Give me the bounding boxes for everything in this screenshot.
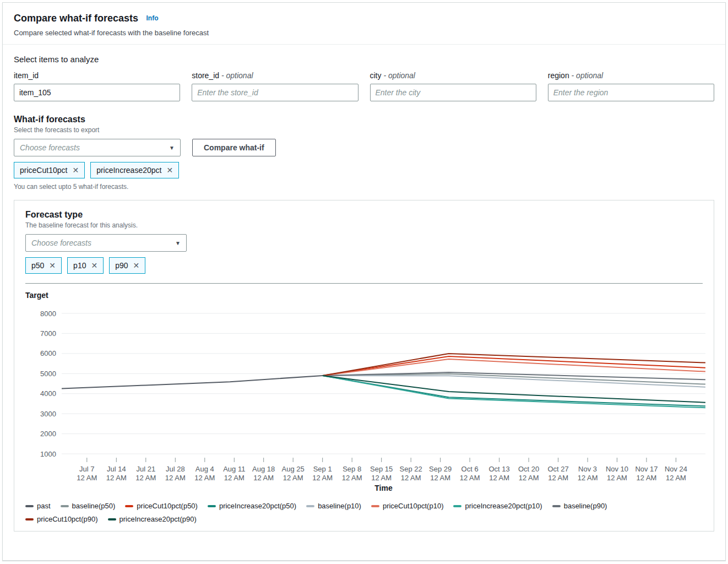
series-line-past: [62, 376, 323, 389]
y-tick-label: 6000: [40, 349, 56, 357]
legend-item-priceIncrease20pct(p10)[interactable]: priceIncrease20pct(p10): [453, 502, 542, 510]
chevron-down-icon: ▼: [169, 145, 175, 151]
x-tick-label: 12 AM: [312, 474, 333, 482]
token-dismiss-icon[interactable]: ✕: [166, 166, 173, 174]
field-city: city - optional: [370, 71, 536, 101]
what-if-forecasts-select[interactable]: Choose forecasts ▼: [14, 139, 181, 156]
x-tick-label: 12 AM: [224, 474, 245, 482]
x-tick-label: 12 AM: [430, 474, 450, 482]
x-tick-label: Aug 18: [252, 465, 275, 473]
field-item-id: item_id: [14, 71, 180, 101]
legend-swatch: [25, 518, 34, 520]
token-label: priceIncrease20pct: [96, 166, 161, 175]
x-tick-label: Nov 17: [635, 465, 658, 473]
legend-label: priceCut10pct(p90): [37, 515, 98, 523]
series-line-priceIncrease20pct(p10): [323, 376, 705, 408]
x-tick-label: 12 AM: [578, 474, 598, 482]
compare-what-if-button[interactable]: Compare what-if: [192, 139, 276, 156]
x-tick-label: 12 AM: [77, 474, 97, 482]
token-label: p10: [73, 261, 86, 270]
token-label: p90: [115, 261, 128, 270]
y-tick-label: 4000: [40, 389, 56, 398]
legend-swatch: [25, 505, 34, 507]
y-tick-label: 8000: [40, 310, 56, 318]
series-line-priceIncrease20pct(p50): [323, 376, 705, 406]
x-tick-label: 12 AM: [637, 474, 657, 482]
token-dismiss-icon[interactable]: ✕: [72, 166, 79, 174]
series-line-priceIncrease20pct(p90): [323, 376, 705, 403]
item-id-input[interactable]: [14, 84, 180, 101]
x-tick-label: 12 AM: [489, 474, 509, 482]
x-tick-label: 12 AM: [106, 474, 127, 482]
x-tick-label: 12 AM: [460, 474, 480, 482]
item-fields-row: item_id store_id - optional city - optio…: [14, 71, 714, 101]
token-dismiss-icon[interactable]: ✕: [49, 262, 56, 269]
forecast-type-select[interactable]: Choose forecasts ▼: [25, 234, 187, 252]
x-tick-label: 12 AM: [342, 474, 362, 482]
token-label: priceCut10pct: [20, 166, 67, 175]
x-tick-label: Oct 20: [518, 465, 539, 473]
optional-suffix: - optional: [572, 71, 604, 80]
x-tick-label: 12 AM: [194, 474, 215, 482]
chevron-down-icon: ▼: [175, 240, 181, 246]
x-axis-title: Time: [25, 484, 705, 492]
legend-swatch: [61, 505, 69, 507]
token-p50: p50✕: [25, 257, 62, 274]
y-tick-label: 7000: [40, 329, 56, 338]
what-if-token-list: priceCut10pct✕priceIncrease20pct✕: [14, 162, 714, 178]
legend-item-priceCut10pct(p90)[interactable]: priceCut10pct(p90): [25, 515, 98, 523]
region-input[interactable]: [548, 84, 714, 101]
x-tick-label: 12 AM: [519, 474, 539, 482]
optional-suffix: - optional: [221, 71, 253, 80]
legend-label: baseline(p10): [318, 502, 361, 510]
x-tick-label: 12 AM: [607, 474, 627, 482]
x-tick-label: Jul 7: [79, 465, 94, 473]
legend-item-priceIncrease20pct(p90)[interactable]: priceIncrease20pct(p90): [108, 515, 197, 523]
legend-swatch: [371, 505, 379, 507]
x-tick-label: Sep 1: [313, 465, 332, 473]
page-header: Compare what-if forecasts Info Compare s…: [3, 3, 725, 45]
token-priceCut10pct: priceCut10pct✕: [14, 162, 85, 178]
legend-item-baseline(p90)[interactable]: baseline(p90): [552, 502, 607, 510]
token-label: p50: [31, 261, 44, 270]
legend-item-priceIncrease20pct(p50)[interactable]: priceIncrease20pct(p50): [208, 502, 296, 510]
forecast-type-description: The baseline forecast for this analysis.: [25, 221, 703, 229]
legend-item-past[interactable]: past: [25, 502, 51, 510]
token-p10: p10✕: [67, 257, 104, 274]
token-p90: p90✕: [109, 257, 145, 274]
legend-item-baseline(p50)[interactable]: baseline(p50): [61, 502, 116, 510]
what-if-constraint-text: You can select upto 5 what-if forecasts.: [14, 183, 714, 191]
x-tick-label: 12 AM: [283, 474, 303, 482]
legend-item-priceCut10pct(p10)[interactable]: priceCut10pct(p10): [371, 502, 444, 510]
legend-swatch: [125, 505, 133, 507]
x-tick-label: 12 AM: [666, 474, 686, 482]
x-tick-label: Nov 24: [665, 465, 687, 473]
what-if-section: What-if forecasts Select the forecasts t…: [14, 115, 714, 191]
series-line-priceCut10pct(p90): [323, 354, 705, 376]
y-tick-label: 3000: [40, 410, 56, 418]
legend-swatch: [552, 505, 561, 507]
info-link[interactable]: Info: [146, 14, 159, 22]
field-store-id: store_id - optional: [192, 71, 358, 101]
what-if-description: Select the forecasts to export: [14, 126, 714, 134]
x-tick-label: Aug 4: [195, 465, 214, 473]
legend-label: priceIncrease20pct(p90): [119, 515, 197, 523]
forecast-chart-card: Forecast type The baseline forecast for …: [14, 200, 714, 532]
form-area: Select items to analyze item_id store_id…: [3, 45, 725, 191]
forecast-type-token-list: p50✕p10✕p90✕: [25, 257, 703, 274]
x-tick-label: 12 AM: [401, 474, 421, 482]
select-placeholder: Choose forecasts: [20, 143, 80, 152]
chart-legend: pastbaseline(p50)priceCut10pct(p50)price…: [25, 502, 670, 523]
x-tick-label: 12 AM: [371, 474, 392, 482]
legend-item-baseline(p10)[interactable]: baseline(p10): [306, 502, 361, 510]
legend-swatch: [306, 505, 314, 507]
token-dismiss-icon[interactable]: ✕: [91, 262, 97, 269]
city-label: city - optional: [370, 71, 536, 80]
store-id-input[interactable]: [192, 84, 358, 101]
token-dismiss-icon[interactable]: ✕: [133, 262, 140, 269]
x-tick-label: Nov 10: [606, 465, 628, 473]
what-if-section-label: What-if forecasts: [14, 115, 714, 124]
legend-item-priceCut10pct(p50)[interactable]: priceCut10pct(p50): [125, 502, 198, 510]
city-input[interactable]: [370, 84, 536, 101]
legend-swatch: [108, 518, 116, 520]
